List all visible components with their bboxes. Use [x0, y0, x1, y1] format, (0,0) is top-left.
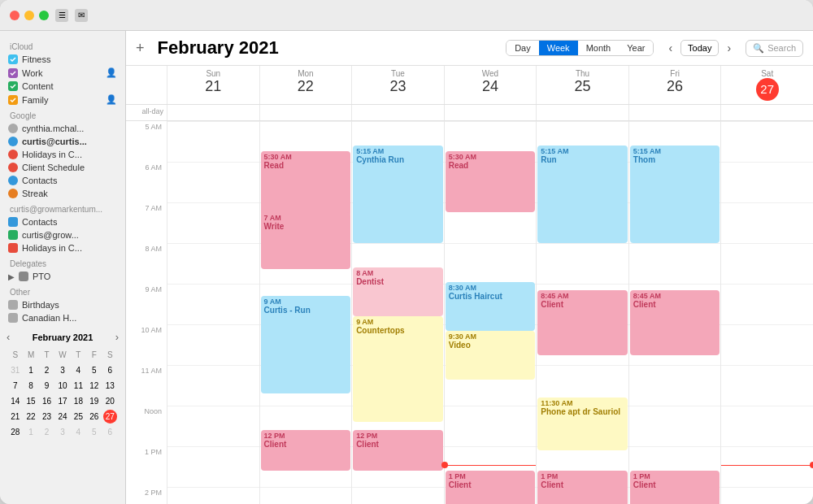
google-cal-item[interactable]: Client Schedule [0, 161, 125, 174]
mini-cal-next-button[interactable]: › [115, 331, 119, 343]
mini-cal-day[interactable]: 26 [87, 410, 101, 424]
event-block[interactable]: 9 AM Curtis - Run [261, 296, 351, 393]
mini-cal-day[interactable]: 1 [24, 425, 37, 439]
event-block[interactable]: 8:45 AM Client [537, 290, 628, 355]
day-header-thu[interactable]: Thu 25 [536, 66, 628, 104]
mini-cal-day[interactable]: 17 [55, 394, 69, 408]
col-mon: 5:30 AM Read 7 AM Write 9 AM Curtis - Ru… [259, 121, 352, 504]
mini-cal-day[interactable]: 6 [103, 363, 117, 377]
other-cal-item[interactable]: Canadian H... [0, 311, 125, 324]
mini-cal-prev-button[interactable]: ‹ [7, 331, 10, 343]
mini-cal-day[interactable]: 27 [103, 410, 117, 424]
event-title: Read [264, 161, 348, 170]
other-cal-item[interactable]: Birthdays [0, 298, 125, 311]
event-block[interactable]: 11:30 AM Phone apt dr Sauriol [537, 398, 628, 450]
mini-cal-day[interactable]: 21 [8, 410, 22, 424]
mini-cal-day[interactable]: 3 [55, 425, 69, 439]
today-button[interactable]: Today [680, 40, 719, 56]
mini-cal-day[interactable]: 3 [55, 363, 69, 377]
event-block[interactable]: 5:30 AM Read [261, 151, 351, 216]
google-section-title: Google [0, 106, 125, 122]
google-cal-item[interactable]: Streak [0, 187, 125, 200]
event-block[interactable]: 5:15 AM Run [537, 146, 628, 243]
view-tab-month[interactable]: Month [578, 41, 620, 55]
mini-cal-day[interactable]: 14 [8, 394, 22, 408]
mini-cal-day[interactable]: 18 [72, 394, 85, 408]
curtis-cal-item[interactable]: curtis@grow... [0, 228, 125, 241]
event-block[interactable]: 5:30 AM Read [446, 151, 536, 212]
google-cal-item[interactable]: Contacts [0, 174, 125, 187]
time-header-spacer [126, 66, 167, 104]
day-header-sat[interactable]: Sat 27 [720, 66, 813, 104]
event-block[interactable]: 7 AM Write [261, 212, 351, 269]
close-button[interactable] [10, 11, 20, 20]
view-tab-year[interactable]: Year [619, 41, 653, 55]
icloud-cal-family[interactable]: Family 👤 [0, 93, 125, 106]
mini-cal-day[interactable]: 2 [40, 425, 54, 439]
mini-cal-day[interactable]: 7 [8, 379, 22, 393]
mini-cal-day[interactable]: 8 [24, 379, 37, 393]
event-block[interactable]: 12 PM Client [353, 430, 443, 471]
mini-cal-day[interactable]: 20 [103, 394, 117, 408]
mini-cal-day[interactable]: 25 [72, 410, 85, 424]
mini-cal-day[interactable]: 13 [103, 379, 117, 393]
mini-cal-day[interactable]: 16 [40, 394, 54, 408]
event-block[interactable]: 8 AM Dentist [353, 267, 443, 316]
mini-cal-day[interactable]: 12 [87, 379, 101, 393]
mini-cal-day[interactable]: 31 [8, 363, 22, 377]
curtis-cal-item[interactable]: Holidays in C... [0, 241, 125, 254]
view-tab-week[interactable]: Week [539, 41, 578, 55]
mini-cal-day[interactable]: 24 [55, 410, 69, 424]
mini-cal-day[interactable]: 1 [24, 363, 37, 377]
event-block[interactable]: 9:30 AM Video [446, 331, 536, 380]
view-tab-day[interactable]: Day [506, 41, 539, 55]
day-header-sun[interactable]: Sun 21 [167, 66, 259, 104]
day-header-fri[interactable]: Fri 26 [628, 66, 721, 104]
mini-cal-day[interactable]: 11 [72, 379, 85, 393]
cal-dot [8, 176, 18, 185]
prev-week-button[interactable]: ‹ [663, 40, 677, 56]
event-block[interactable]: 8:45 AM Client [630, 290, 720, 355]
event-block[interactable]: 5:15 AM Cynthia Run [353, 146, 443, 243]
icloud-cal-work[interactable]: Work 👤 [0, 66, 125, 80]
icloud-cal-content[interactable]: Content [0, 80, 125, 93]
event-block[interactable]: 5:15 AM Thom [630, 146, 720, 243]
mini-cal-day[interactable]: 2 [40, 363, 54, 377]
event-block[interactable]: 1 PM Client [630, 471, 720, 504]
cal-label: Holidays in C... [22, 243, 117, 253]
pto-item[interactable]: ▶ PTO [0, 270, 125, 283]
event-block[interactable]: 1 PM Client [537, 471, 628, 504]
fullscreen-button[interactable] [39, 11, 49, 20]
curtis-cal-item[interactable]: Contacts [0, 215, 125, 228]
mini-cal-day[interactable]: 5 [87, 425, 101, 439]
google-cal-item[interactable]: cynthia.mchal... [0, 122, 125, 135]
mini-cal-day[interactable]: 10 [55, 379, 69, 393]
google-cal-item[interactable]: Holidays in C... [0, 148, 125, 161]
mini-cal-day[interactable]: 5 [87, 363, 101, 377]
google-cal-item[interactable]: curtis@curtis... [0, 135, 125, 148]
event-block[interactable]: 12 PM Client [261, 430, 351, 471]
mail-icon[interactable]: ✉ [75, 9, 88, 22]
sidebar-toggle-icon[interactable]: ☰ [55, 9, 68, 22]
curtis-section-title: curtis@growmarkentum... [0, 200, 125, 215]
day-header-tue[interactable]: Tue 23 [351, 66, 444, 104]
mini-cal-day[interactable]: 22 [24, 410, 37, 424]
mini-cal-day[interactable]: 9 [40, 379, 54, 393]
mini-cal-day[interactable]: 4 [72, 363, 85, 377]
minimize-button[interactable] [24, 11, 34, 20]
event-block[interactable]: 1 PM Client [446, 471, 536, 504]
event-block[interactable]: 8:30 AM Curtis Haircut [446, 282, 536, 331]
add-event-button[interactable]: + [136, 40, 145, 57]
next-week-button[interactable]: › [722, 40, 736, 56]
search-box[interactable]: 🔍 Search [746, 40, 803, 57]
mini-cal-day[interactable]: 6 [103, 425, 117, 439]
icloud-cal-fitness[interactable]: Fitness [0, 53, 125, 66]
day-header-mon[interactable]: Mon 22 [259, 66, 352, 104]
mini-cal-day[interactable]: 19 [87, 394, 101, 408]
mini-cal-day[interactable]: 28 [8, 425, 22, 439]
mini-cal-day[interactable]: 23 [40, 410, 54, 424]
mini-cal-day[interactable]: 4 [72, 425, 85, 439]
mini-cal-day[interactable]: 15 [24, 394, 37, 408]
event-block[interactable]: 9 AM Countertops [353, 316, 443, 422]
day-header-wed[interactable]: Wed 24 [444, 66, 537, 104]
